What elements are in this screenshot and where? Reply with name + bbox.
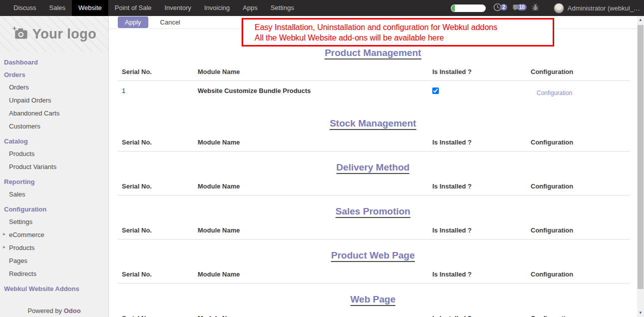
- annotation-line-1: Easy Installation, Uninstallation and co…: [255, 22, 553, 32]
- topbar-item-website[interactable]: Website: [72, 0, 108, 16]
- bug-icon: [532, 4, 539, 13]
- sidebar-item-customers[interactable]: Customers: [0, 120, 108, 133]
- section-web-page: Web Page Serial No. Module Name Is Insta…: [109, 294, 637, 317]
- section-title[interactable]: Web Page: [350, 294, 395, 306]
- col-header-serial: Serial No.: [122, 226, 198, 234]
- sidebar-section-catalog[interactable]: Catalog: [0, 135, 108, 148]
- col-header-module: Module Name: [198, 182, 432, 190]
- col-header-installed: Is Installed ?: [432, 182, 531, 190]
- logo-block[interactable]: Your logo: [0, 16, 108, 52]
- apply-button[interactable]: Apply: [118, 16, 148, 28]
- sidebar-label: Abandoned Carts: [9, 110, 59, 117]
- table-rows: 1 Website Customize Bundle Products Conf…: [109, 81, 637, 108]
- sidebar-label: Reporting: [4, 178, 34, 186]
- table-row: 1 Website Customize Bundle Products Conf…: [122, 81, 630, 108]
- topbar-item-invoicing[interactable]: Invoicing: [198, 0, 236, 16]
- annotation-line-2: All the Webkul Website add-ons will be a…: [255, 32, 553, 43]
- col-header-installed: Is Installed ?: [432, 314, 531, 317]
- sidebar-item-unpaid-orders[interactable]: Unpaid Orders: [0, 94, 108, 107]
- topbar-item-apps[interactable]: Apps: [236, 0, 264, 16]
- sidebar-item-settings[interactable]: Settings: [0, 216, 108, 228]
- sidebar-item-products[interactable]: ▸Products: [0, 242, 108, 254]
- table-header-row: Serial No. Module Name Is Installed ? Co…: [122, 314, 630, 317]
- section-stock-management: Stock Management Serial No. Module Name …: [109, 118, 637, 152]
- progress-pill: [451, 4, 486, 12]
- header-divider: [117, 195, 630, 196]
- sidebar-item-products[interactable]: Products: [0, 148, 108, 160]
- col-header-installed: Is Installed ?: [432, 68, 531, 76]
- table-header-row: Serial No. Module Name Is Installed ? Co…: [122, 270, 630, 278]
- is-installed-checkbox[interactable]: [432, 88, 439, 94]
- sidebar-section-dashboard[interactable]: Dashboard: [0, 56, 108, 68]
- col-header-installed: Is Installed ?: [432, 226, 531, 234]
- activities-button[interactable]: 2: [493, 4, 502, 12]
- col-header-module: Module Name: [198, 314, 432, 317]
- sidebar-label: Settings: [9, 218, 32, 226]
- col-header-installed: Is Installed ?: [432, 270, 531, 278]
- sidebar-section-webkul-website-addons[interactable]: Webkul Website Addons: [0, 282, 108, 295]
- col-header-configuration: Configuration: [531, 182, 630, 190]
- cancel-button[interactable]: Cancel: [160, 18, 180, 26]
- col-header-module: Module Name: [198, 226, 432, 234]
- sidebar-label: Customers: [9, 122, 40, 130]
- section-sales-promotion: Sales Promotion Serial No. Module Name I…: [109, 206, 637, 240]
- sections-container: Product Management Serial No. Module Nam…: [109, 47, 637, 317]
- configuration-link[interactable]: Configuration: [537, 90, 572, 96]
- col-header-serial: Serial No.: [122, 270, 198, 278]
- powered-by: Powered by Odoo: [0, 307, 108, 314]
- sidebar-label: Sales: [9, 190, 25, 198]
- scroll-up-arrow-icon[interactable]: ▲: [637, 16, 644, 24]
- sidebar-item-abandoned-carts[interactable]: Abandoned Carts: [0, 107, 108, 120]
- section-title[interactable]: Product Management: [324, 48, 421, 60]
- section-title[interactable]: Sales Promotion: [335, 206, 410, 218]
- messages-count-badge: 10: [517, 4, 527, 10]
- main-content: Apply Cancel Easy Installation, Uninstal…: [109, 16, 637, 317]
- col-header-configuration: Configuration: [531, 138, 630, 146]
- col-header-configuration: Configuration: [531, 226, 630, 234]
- sidebar-item-orders[interactable]: Orders: [0, 81, 108, 94]
- topbar-item-discuss[interactable]: Discuss: [7, 0, 43, 16]
- col-header-module: Module Name: [198, 138, 432, 146]
- table-header-row: Serial No. Module Name Is Installed ? Co…: [122, 68, 630, 76]
- messages-button[interactable]: 10: [513, 4, 522, 12]
- sidebar-item-ecommerce[interactable]: ▸eCommerce: [0, 228, 108, 242]
- topbar-item-point-of-sale[interactable]: Point of Sale: [108, 0, 158, 16]
- topbar-item-sales[interactable]: Sales: [43, 0, 72, 16]
- sidebar-item-redirects[interactable]: Redirects: [0, 268, 108, 280]
- sidebar-label: Orders: [4, 71, 25, 78]
- col-header-module: Module Name: [198, 270, 432, 278]
- section-title[interactable]: Product Web Page: [331, 250, 415, 262]
- vertical-scrollbar[interactable]: ▲ ▼: [637, 16, 644, 317]
- header-divider: [117, 283, 630, 284]
- topbar-item-inventory[interactable]: Inventory: [158, 0, 198, 16]
- sidebar-item-pages[interactable]: Pages: [0, 254, 108, 268]
- debug-button[interactable]: [531, 4, 540, 12]
- avatar: [554, 3, 564, 14]
- progress-fill: [451, 5, 455, 12]
- scrollbar-thumb[interactable]: [638, 25, 644, 289]
- camera-plus-icon: [12, 26, 28, 42]
- sidebar-item-product-variants[interactable]: Product Variants: [0, 160, 108, 174]
- user-name: Administrator (webkul_…: [568, 4, 640, 12]
- chevron-right-icon: ▸: [3, 231, 5, 236]
- topbar-item-settings[interactable]: Settings: [264, 0, 301, 16]
- odoo-brand-link[interactable]: Odoo: [64, 307, 81, 314]
- user-menu[interactable]: Administrator (webkul_…: [554, 3, 640, 14]
- sidebar-section-reporting[interactable]: Reporting: [0, 176, 108, 188]
- powered-by-label: Powered by: [27, 307, 62, 314]
- col-header-serial: Serial No.: [122, 182, 198, 190]
- header-divider: [117, 239, 630, 240]
- section-delivery-method: Delivery Method Serial No. Module Name I…: [109, 162, 637, 196]
- annotation-callout: Easy Installation, Uninstallation and co…: [242, 18, 554, 46]
- section-title[interactable]: Stock Management: [329, 118, 416, 130]
- section-title[interactable]: Delivery Method: [336, 162, 410, 174]
- sidebar-section-configuration[interactable]: Configuration: [0, 203, 108, 216]
- top-navbar: DiscussSalesWebsitePoint of SaleInventor…: [0, 0, 644, 16]
- sidebar-label: Dashboard: [4, 58, 38, 66]
- col-header-serial: Serial No.: [122, 68, 198, 76]
- table-header-row: Serial No. Module Name Is Installed ? Co…: [122, 138, 630, 146]
- sidebar-section-orders[interactable]: Orders: [0, 68, 108, 81]
- activities-count-badge: 2: [500, 4, 507, 10]
- scroll-down-arrow-icon[interactable]: ▼: [637, 309, 644, 317]
- sidebar-item-sales[interactable]: Sales: [0, 188, 108, 201]
